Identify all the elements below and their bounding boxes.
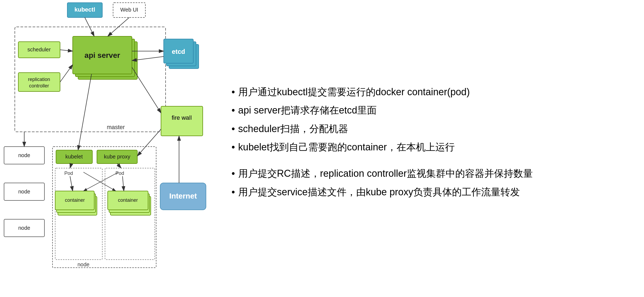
svg-text:kubectl: kubectl [74, 6, 95, 13]
bullet-item-3: • scheduler扫描，分配机器 [232, 122, 633, 136]
bullet-item-1: • 用户通过kubectl提交需要运行的docker container(pod… [232, 85, 633, 99]
bullet-dot-5: • [232, 167, 235, 180]
bullet-text-1: 用户通过kubectl提交需要运行的docker container(pod) [238, 85, 633, 99]
bullet-section-1: • 用户通过kubectl提交需要运行的docker container(pod… [232, 85, 633, 159]
bullet-item-6: • 用户提交service描述文件，由kube proxy负责具体的工作流量转发 [232, 185, 633, 199]
pod-label1: Pod [64, 171, 73, 176]
bullet-text-4: kubelet找到自己需要跑的container，在本机上运行 [238, 140, 633, 154]
bullet-text-5: 用户提交RC描述，replication controller监视集群中的容器并… [238, 167, 633, 180]
svg-text:etcd: etcd [172, 48, 185, 55]
container-label2: container [118, 197, 138, 203]
diagram-panel: kubectl Web UI master api server schedul… [0, 0, 221, 297]
bullet-text-6: 用户提交service描述文件，由kube proxy负责具体的工作流量转发 [238, 185, 633, 199]
bullet-dot-4: • [232, 140, 235, 154]
svg-text:Internet: Internet [169, 192, 197, 200]
bullet-dot-3: • [232, 122, 235, 136]
svg-text:node: node [18, 152, 30, 158]
svg-text:fire wall: fire wall [172, 114, 192, 121]
api-server-label: api server [85, 51, 120, 59]
container-label1: container [65, 197, 85, 203]
bullet-dot-1: • [232, 85, 235, 99]
bullet-text-2: api server把请求存储在etcd里面 [238, 104, 633, 117]
svg-text:Web UI: Web UI [120, 7, 138, 13]
replication-controller-label2: controller [29, 83, 49, 89]
svg-rect-7 [18, 73, 60, 91]
svg-text:master: master [107, 124, 125, 130]
kubelet-label: kubelet [65, 154, 83, 160]
scheduler-label: scheduler [27, 47, 51, 52]
svg-text:node: node [78, 261, 90, 267]
replication-controller-label: replication [28, 77, 50, 82]
bullet-dot-6: • [232, 185, 235, 199]
bullet-item-2: • api server把请求存储在etcd里面 [232, 104, 633, 117]
svg-text:node: node [18, 189, 30, 195]
kube-proxy-label: kube proxy [104, 154, 130, 160]
bullet-section-2: • 用户提交RC描述，replication controller监视集群中的容… [232, 167, 633, 204]
bullet-item-4: • kubelet找到自己需要跑的container，在本机上运行 [232, 140, 633, 154]
bullet-item-5: • 用户提交RC描述，replication controller监视集群中的容… [232, 167, 633, 180]
svg-text:node: node [18, 225, 30, 231]
bullet-text-3: scheduler扫描，分配机器 [238, 122, 633, 136]
bullet-dot-2: • [232, 104, 235, 117]
svg-rect-11 [161, 106, 203, 136]
description-panel: • 用户通过kubectl提交需要运行的docker container(pod… [221, 0, 644, 297]
